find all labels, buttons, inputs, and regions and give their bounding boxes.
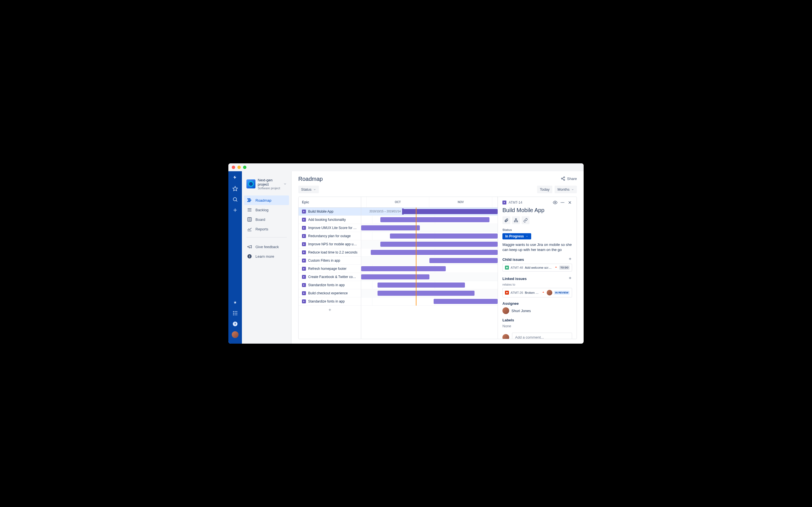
gantt-bar[interactable] <box>377 283 465 288</box>
maximize-window-button[interactable] <box>243 166 246 169</box>
epic-row[interactable]: Standardize fonts in app <box>299 297 361 305</box>
timeline-row[interactable]: 2018/10/15 – 2019/01/14 <box>361 208 498 216</box>
epic-row[interactable]: Build Mobile App <box>299 208 361 216</box>
app-switcher-icon[interactable] <box>232 310 239 317</box>
gantt-bar[interactable] <box>402 209 498 214</box>
star-icon[interactable] <box>232 185 239 192</box>
issue-title[interactable]: Build Mobile App <box>502 207 572 214</box>
child-issue-button[interactable] <box>512 216 520 224</box>
learn-more-button[interactable]: i Learn more <box>244 251 289 261</box>
user-avatar[interactable] <box>232 331 239 338</box>
assignee-avatar-tiny <box>547 290 552 295</box>
gantt-bar[interactable] <box>380 217 490 222</box>
plus-icon[interactable] <box>232 207 239 214</box>
add-linked-issue-button[interactable] <box>568 276 572 281</box>
epic-title: Custom Filters in app <box>308 259 340 263</box>
gantt-bar[interactable] <box>377 291 474 296</box>
assignee-field[interactable]: Shuri Jones <box>502 307 572 314</box>
help-icon[interactable]: ? <box>232 321 239 327</box>
epic-row[interactable]: Improve NPS for mobile app users by … <box>299 240 361 248</box>
epic-row[interactable]: Redundancy plan for outage <box>299 232 361 240</box>
sidebar-item-backlog[interactable]: Backlog <box>244 205 289 215</box>
epic-row[interactable]: Build checkout experience <box>299 289 361 297</box>
share-button[interactable]: Share <box>561 176 577 181</box>
attach-button[interactable] <box>502 216 510 224</box>
svg-point-5 <box>233 311 234 312</box>
gantt-bar[interactable] <box>380 242 498 247</box>
timeline-row[interactable] <box>361 216 498 224</box>
month-label: OCT <box>366 197 429 207</box>
sidebar-item-roadmap[interactable]: Roadmap <box>244 195 289 205</box>
comment-input[interactable]: Add a comment... <box>512 333 572 339</box>
epic-row[interactable]: Reduce load time to 2.2 seconds <box>299 248 361 257</box>
search-icon[interactable] <box>232 196 239 203</box>
status-filter-button[interactable]: Status <box>298 186 319 193</box>
gantt-marker[interactable] <box>402 209 404 215</box>
timeline-row[interactable] <box>361 281 498 289</box>
notification-icon[interactable] <box>232 299 239 306</box>
epic-row[interactable]: Create Facebook & Twitter connector <box>299 273 361 281</box>
timeline-row[interactable] <box>361 273 498 281</box>
jira-logo-icon[interactable] <box>232 175 239 181</box>
timeline-row[interactable] <box>361 257 498 265</box>
timeline-row[interactable] <box>361 297 498 305</box>
sidebar-item-board[interactable]: Board <box>244 215 289 224</box>
relates-label: relates to <box>502 283 572 286</box>
gantt-bar[interactable] <box>361 225 420 230</box>
gantt-bar[interactable] <box>434 299 498 304</box>
epic-row[interactable]: Improve UMUX Lite Score for checko… <box>299 224 361 232</box>
gantt-bar[interactable] <box>371 250 498 255</box>
gantt-bar[interactable] <box>390 233 498 238</box>
epic-row[interactable]: Add booking functionality <box>299 216 361 224</box>
more-icon[interactable] <box>560 200 565 205</box>
status-dropdown[interactable]: In Progress <box>502 233 531 239</box>
timeline-row[interactable] <box>361 232 498 240</box>
project-type: Software project <box>258 186 281 190</box>
svg-text:i: i <box>249 255 250 258</box>
child-issue-row[interactable]: ATMT-48 Add welcome screen for m… TO DO <box>502 264 572 272</box>
svg-line-2 <box>236 200 237 202</box>
epic-icon <box>302 275 306 279</box>
minimize-window-button[interactable] <box>238 166 241 169</box>
epic-icon <box>302 218 306 222</box>
labels-value[interactable]: None <box>502 324 572 328</box>
project-avatar-icon <box>246 179 255 188</box>
timeline-row[interactable] <box>361 265 498 273</box>
add-child-issue-button[interactable] <box>568 257 572 262</box>
child-issue-summary: Add welcome screen for m… <box>525 266 552 269</box>
svg-marker-0 <box>233 186 238 191</box>
timeline-row[interactable] <box>361 240 498 248</box>
svg-rect-41 <box>515 219 516 219</box>
gantt-bar[interactable] <box>361 266 446 271</box>
link-icon <box>523 218 528 223</box>
watch-icon[interactable] <box>553 200 557 205</box>
timeline-row[interactable] <box>361 248 498 257</box>
timeline-row[interactable] <box>361 289 498 297</box>
issue-description[interactable]: Maggie wants to use Jira on mobile so sh… <box>502 242 572 252</box>
timescale-button[interactable]: Months <box>555 186 577 193</box>
today-button[interactable]: Today <box>537 186 553 193</box>
gantt-bar[interactable] <box>361 274 429 279</box>
sidebar-item-reports[interactable]: Reports <box>244 224 289 234</box>
epic-row[interactable]: Refresh homepage footer <box>299 265 361 273</box>
epic-row[interactable]: Custom Filters in app <box>299 257 361 265</box>
gantt-bar[interactable] <box>429 258 498 263</box>
close-icon[interactable] <box>567 200 572 205</box>
close-window-button[interactable] <box>232 166 235 169</box>
give-feedback-button[interactable]: Give feedback <box>244 242 289 251</box>
timeline[interactable]: OCT NOV 2018/10/15 – 2019/01/14 <box>361 197 498 339</box>
link-button[interactable] <box>522 216 529 224</box>
timeline-row[interactable] <box>361 224 498 232</box>
epic-icon <box>302 267 306 271</box>
project-switcher[interactable]: Next-gen project Software project <box>244 176 289 192</box>
share-icon <box>561 176 565 181</box>
svg-rect-22 <box>248 217 252 221</box>
linked-issue-row[interactable]: ATMT-26 Broken status ind… IN REVIEW <box>502 288 572 297</box>
epic-row[interactable]: Standardize fonts in app <box>299 281 361 289</box>
labels-label: Labels <box>502 318 572 322</box>
svg-line-31 <box>562 177 564 178</box>
project-name: Next-gen project <box>258 178 281 186</box>
plus-icon <box>568 257 572 261</box>
issue-key[interactable]: ATMT-14 <box>509 201 522 205</box>
add-epic-button[interactable] <box>299 305 361 314</box>
